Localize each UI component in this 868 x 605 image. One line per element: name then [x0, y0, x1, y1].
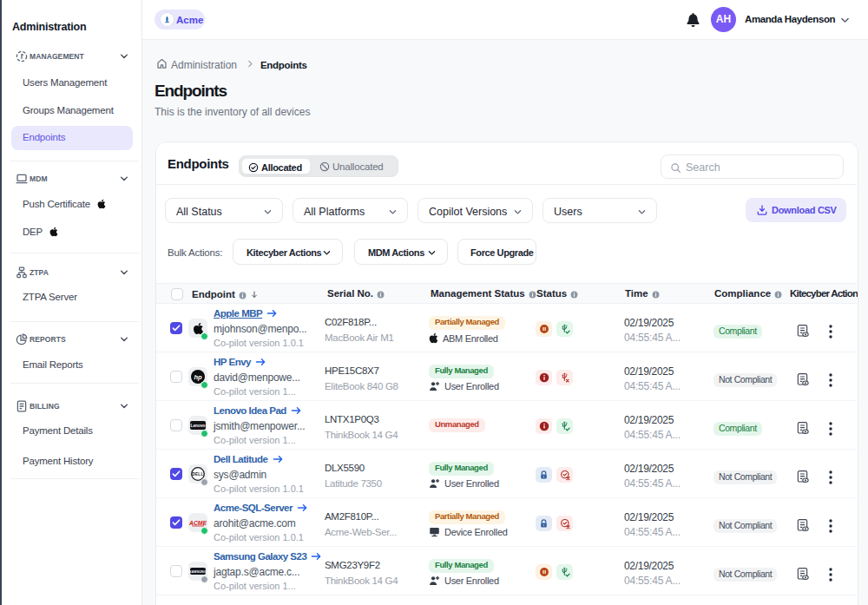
svg-text:SAMSUNG: SAMSUNG [189, 570, 207, 574]
svg-text:DELL: DELL [192, 472, 203, 477]
svg-text:Lenovo: Lenovo [190, 424, 205, 428]
svg-text:hp: hp [194, 373, 202, 381]
svg-text:ACME: ACME [188, 520, 207, 526]
